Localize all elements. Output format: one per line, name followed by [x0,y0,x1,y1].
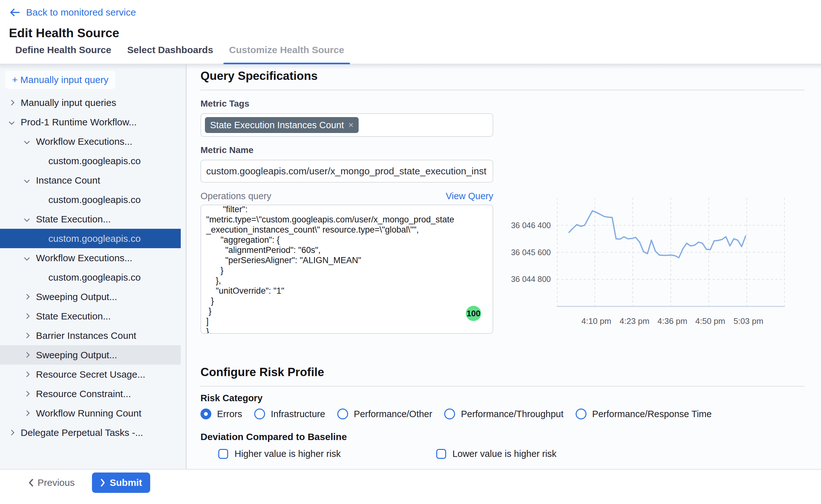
chevron-right-icon [9,430,14,435]
chevron-right-icon [24,391,30,396]
chevron-right-icon [24,333,30,338]
tree-item-manually-input-queries[interactable]: Manually input queries [0,93,181,112]
chevron-down-icon [24,177,30,183]
chevron-left-icon [28,478,34,487]
arrow-left-icon [9,8,21,17]
checkbox-higher-value-higher-risk[interactable]: Higher value is higher risk [218,449,341,459]
metric-line-chart [557,198,785,307]
radio-performance-other[interactable]: Performance/Other [337,409,432,419]
query-score-badge: 100 [466,306,481,321]
radio-button-icon[interactable] [200,409,211,419]
chip-close-icon[interactable]: × [348,120,354,130]
previous-button[interactable]: Previous [28,477,75,488]
tree-item-metric-4[interactable]: custom.googleapis.co [0,268,181,287]
operations-query-label: Operations query [200,191,271,201]
metric-tags-label: Metric Tags [200,99,804,109]
metric-name-input[interactable]: custom.googleapis.com/user/x_mongo_prod_… [200,160,493,183]
chevron-right-icon [24,371,30,377]
deviation-options: Higher value is higher risk Lower value … [200,449,804,459]
chevron-down-icon [24,216,30,222]
tree-item-workflow-executions-1[interactable]: Workflow Executions... [0,132,181,151]
y-axis-tick-label: 36 045 600 [490,248,551,257]
tree-item-state-execution-2[interactable]: State Execution... [0,306,181,326]
tree-item-metric-2[interactable]: custom.googleapis.co [0,190,181,209]
submit-button[interactable]: Submit [92,473,151,493]
risk-category-options: Errors Infrastructure Performance/Other … [200,409,804,419]
operations-query-editor[interactable]: "filter": "metric.type=\"custom.googleap… [200,205,493,334]
radio-button-icon[interactable] [576,409,586,419]
chevron-down-icon [24,138,30,144]
metric-name-label: Metric Name [200,145,804,155]
content-area: + Manually input query Manually input qu… [0,64,821,469]
wizard-footer: Previous Submit [0,469,821,496]
tree-item-delegate-perpetual-tasks[interactable]: Delegate Perpetual Tasks -... [0,423,181,442]
tree-item-barrier-instances-count[interactable]: Barrier Instances Count [0,326,181,345]
tree-item-workflow-running-count[interactable]: Workflow Running Count [0,403,181,423]
line-chart-svg [557,198,785,307]
radio-performance-response-time[interactable]: Performance/Response Time [576,409,712,419]
metric-tag-chip-label: State Execution Instances Count [210,120,344,130]
add-manual-query-link[interactable]: + Manually input query [5,71,116,89]
section-divider [200,386,804,387]
tree-item-sweeping-output-2[interactable]: Sweeping Output... [0,345,181,365]
page-title: Edit Health Source [9,26,821,40]
chevron-right-icon [24,410,30,416]
tree-item-metric-3-selected[interactable]: custom.googleapis.co [0,229,181,248]
radio-button-icon[interactable] [254,409,265,419]
risk-category-label: Risk Category [200,393,804,403]
chevron-right-icon [9,100,14,105]
operations-query-header: Operations query View Query [200,191,493,201]
tree-item-sweeping-output-1[interactable]: Sweeping Output... [0,287,181,306]
radio-errors[interactable]: Errors [200,409,242,419]
x-axis-tick-label: 5:03 pm [721,316,775,326]
checkbox-icon[interactable] [218,449,228,459]
deviation-baseline-label: Deviation Compared to Baseline [200,431,804,442]
back-link-label[interactable]: Back to monitored service [26,7,136,18]
y-axis-tick-label: 36 046 400 [490,221,551,230]
tree-item-prod1-runtime-workflow[interactable]: Prod-1 Runtime Workflow... [0,112,181,132]
chevron-right-icon [24,313,30,319]
metric-tree-sidebar: + Manually input query Manually input qu… [0,64,186,469]
tree-item-metric-1[interactable]: custom.googleapis.co [0,151,181,171]
radio-button-icon[interactable] [444,409,455,419]
operations-query-text: "filter": "metric.type=\"custom.googleap… [206,205,488,334]
tab-select-dashboards[interactable]: Select Dashboards [122,45,219,64]
tree-item-instance-count[interactable]: Instance Count [0,171,181,190]
chevron-right-icon [24,352,30,358]
y-axis-tick-label: 36 044 800 [490,275,551,284]
radio-infrastructure[interactable]: Infrastructure [254,409,325,419]
chevron-down-icon [9,119,14,125]
tree-item-resource-constraint[interactable]: Resource Constraint... [0,384,181,403]
chevron-right-icon [100,479,105,487]
page-header: Back to monitored service Edit Health So… [0,0,821,40]
chevron-right-icon [24,294,30,299]
tab-customize-health-source[interactable]: Customize Health Source [223,45,350,64]
tab-bar: Define Health Source Select Dashboards C… [0,40,821,64]
section-title-configure-risk-profile: Configure Risk Profile [200,366,804,379]
radio-button-icon[interactable] [337,409,348,419]
chevron-down-icon [24,255,30,261]
section-title-query-specifications: Query Specifications [200,69,804,83]
tree-item-workflow-executions-2[interactable]: Workflow Executions... [0,248,181,268]
tab-define-health-source[interactable]: Define Health Source [10,45,117,64]
tree-item-state-execution[interactable]: State Execution... [0,209,181,229]
checkbox-icon[interactable] [436,449,446,459]
metric-tag-chip: State Execution Instances Count × [205,117,359,133]
checkbox-lower-value-higher-risk[interactable]: Lower value is higher risk [436,449,557,459]
radio-performance-throughput[interactable]: Performance/Throughput [444,409,563,419]
view-query-link[interactable]: View Query [446,191,493,201]
tree-item-resource-secret-usage[interactable]: Resource Secret Usage... [0,365,181,384]
section-divider [200,90,804,90]
back-link[interactable]: Back to monitored service [9,7,136,18]
query-specifications-panel: Query Specifications Metric Tags State E… [186,64,821,469]
metric-tags-input[interactable]: State Execution Instances Count × [200,113,493,137]
